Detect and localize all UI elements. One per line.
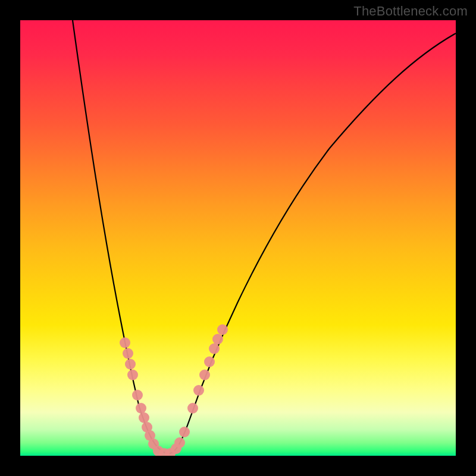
marker-point xyxy=(212,334,223,345)
marker-point xyxy=(217,324,228,335)
plot-area xyxy=(20,20,456,456)
marker-point xyxy=(136,403,146,414)
marker-point xyxy=(209,343,220,354)
marker-point xyxy=(179,427,190,437)
marker-point xyxy=(132,390,143,400)
marker-point xyxy=(125,359,136,369)
marker-point xyxy=(187,403,198,414)
chart-svg xyxy=(20,20,456,456)
marker-point xyxy=(193,385,204,396)
bottleneck-curve xyxy=(73,20,456,454)
marker-point xyxy=(127,369,138,380)
marker-point xyxy=(120,337,130,348)
marker-point xyxy=(199,369,210,380)
marker-point xyxy=(174,437,185,448)
marker-group xyxy=(120,324,228,456)
marker-point xyxy=(123,348,133,359)
marker-point xyxy=(139,412,149,423)
curve-group xyxy=(73,20,456,454)
marker-point xyxy=(204,356,215,367)
chart-frame: TheBottleneck.com xyxy=(0,0,476,476)
watermark-text: TheBottleneck.com xyxy=(353,4,468,19)
